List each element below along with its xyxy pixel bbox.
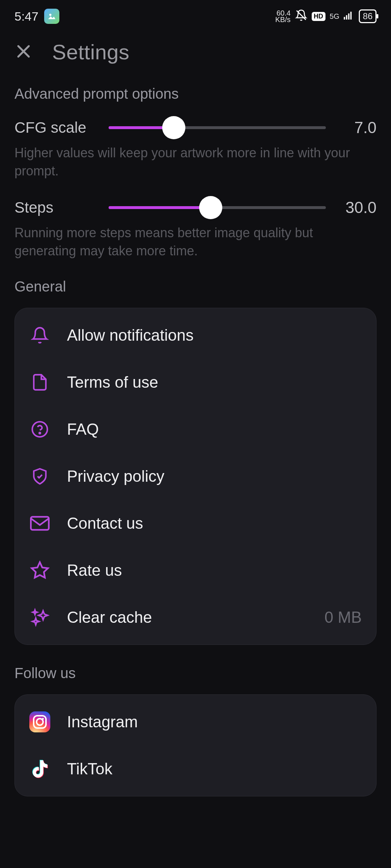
list-label: Rate us bbox=[67, 561, 362, 579]
list-label: FAQ bbox=[67, 420, 362, 438]
page-header: Settings bbox=[0, 33, 391, 86]
list-label: Instagram bbox=[67, 713, 362, 731]
network-type: 5G bbox=[330, 12, 340, 21]
general-card: Allow notifications Terms of use FAQ Pri… bbox=[14, 308, 377, 645]
list-label: Privacy policy bbox=[67, 467, 362, 485]
list-item-clear-cache[interactable]: Clear cache 0 MB bbox=[15, 594, 376, 641]
follow-card: Instagram TikTok bbox=[14, 694, 377, 796]
steps-label: Steps bbox=[14, 199, 109, 216]
cfg-value: 7.0 bbox=[337, 119, 377, 137]
cfg-slider[interactable] bbox=[109, 126, 326, 129]
list-item-instagram[interactable]: Instagram bbox=[15, 698, 376, 745]
steps-slider[interactable] bbox=[109, 206, 326, 209]
list-item-terms[interactable]: Terms of use bbox=[15, 359, 376, 406]
cfg-slider-thumb[interactable] bbox=[162, 116, 185, 139]
status-time: 5:47 bbox=[14, 9, 38, 24]
steps-hint: Running more steps means better image qu… bbox=[14, 224, 377, 260]
instagram-icon bbox=[29, 711, 50, 732]
list-item-tiktok[interactable]: TikTok bbox=[15, 745, 376, 792]
cfg-hint: Higher values will keep your artwork mor… bbox=[14, 144, 377, 180]
page-title: Settings bbox=[52, 40, 130, 64]
cfg-label: CFG scale bbox=[14, 119, 109, 136]
list-item-faq[interactable]: FAQ bbox=[15, 406, 376, 453]
cache-size: 0 MB bbox=[324, 608, 362, 626]
status-app-icon bbox=[44, 9, 59, 24]
svg-marker-14 bbox=[33, 610, 37, 614]
shield-icon bbox=[29, 466, 50, 487]
steps-slider-row: Steps 30.0 bbox=[14, 199, 377, 217]
list-item-contact[interactable]: Contact us bbox=[15, 500, 376, 547]
list-label: Allow notifications bbox=[67, 326, 362, 344]
section-advanced-label: Advanced prompt options bbox=[14, 86, 377, 102]
list-label: Clear cache bbox=[67, 608, 308, 626]
sparkle-icon bbox=[29, 607, 50, 628]
list-item-rate[interactable]: Rate us bbox=[15, 547, 376, 594]
tiktok-icon bbox=[29, 758, 50, 779]
steps-slider-thumb[interactable] bbox=[199, 196, 222, 219]
hd-badge: HD bbox=[312, 12, 325, 21]
list-label: Terms of use bbox=[67, 373, 362, 391]
steps-value: 30.0 bbox=[337, 199, 377, 217]
vibrate-icon bbox=[295, 9, 307, 24]
svg-point-9 bbox=[39, 432, 40, 433]
svg-rect-5 bbox=[350, 12, 352, 20]
mail-icon bbox=[29, 513, 50, 534]
svg-rect-3 bbox=[346, 15, 348, 20]
svg-marker-11 bbox=[32, 562, 48, 578]
svg-marker-13 bbox=[33, 618, 39, 625]
section-follow-label: Follow us bbox=[14, 665, 377, 681]
cfg-slider-row: CFG scale 7.0 bbox=[14, 119, 377, 137]
bell-icon bbox=[29, 325, 50, 346]
svg-rect-4 bbox=[348, 13, 350, 20]
list-item-notifications[interactable]: Allow notifications bbox=[15, 312, 376, 359]
signal-icon bbox=[344, 11, 354, 22]
star-icon bbox=[29, 560, 50, 581]
list-label: TikTok bbox=[67, 760, 362, 778]
status-speed: 60.4 KB/s bbox=[275, 10, 290, 23]
document-icon bbox=[29, 372, 50, 393]
battery-indicator: 86 bbox=[359, 9, 377, 23]
svg-marker-12 bbox=[39, 611, 48, 620]
svg-point-0 bbox=[49, 14, 51, 16]
list-item-privacy[interactable]: Privacy policy bbox=[15, 453, 376, 500]
list-label: Contact us bbox=[67, 514, 362, 532]
close-icon[interactable] bbox=[14, 42, 33, 62]
svg-rect-2 bbox=[344, 17, 345, 20]
question-icon bbox=[29, 419, 50, 440]
status-bar: 5:47 60.4 KB/s HD 5G 86 bbox=[0, 0, 391, 33]
section-general-label: General bbox=[14, 278, 377, 295]
svg-rect-10 bbox=[31, 517, 49, 530]
